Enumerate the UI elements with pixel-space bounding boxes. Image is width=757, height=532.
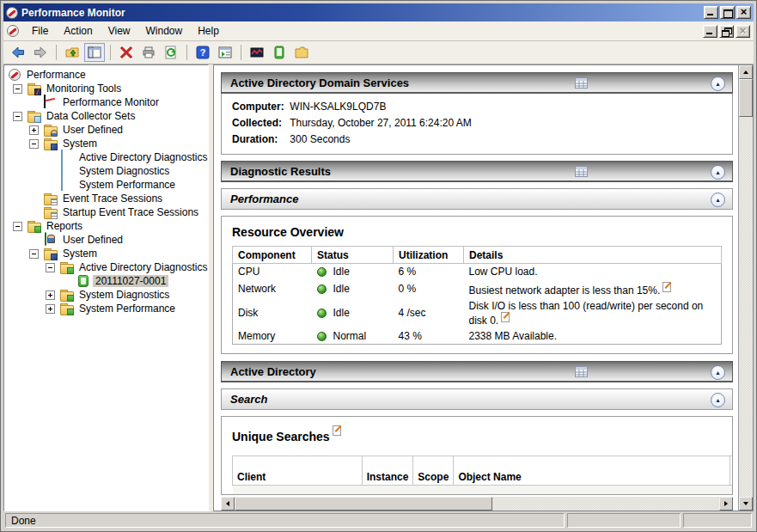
- tree-item-reports-system-performance[interactable]: System Performance: [4, 302, 208, 315]
- table-row: ( | ( & ( 32b775 (msExc ▼: [233, 486, 734, 496]
- print-button[interactable]: [138, 43, 159, 62]
- report-summary: Computer: WIN-KSALK9LQD7B Collected: Thu…: [221, 93, 733, 155]
- export-button[interactable]: [62, 43, 82, 62]
- forward-button[interactable]: [30, 43, 51, 62]
- table-view-icon[interactable]: [575, 77, 588, 91]
- tree-item-reports[interactable]: Reports: [4, 219, 208, 233]
- menu-view[interactable]: View: [101, 22, 138, 40]
- toolbar-separator: [241, 45, 241, 60]
- expand-expander-icon[interactable]: [29, 125, 39, 135]
- section-header-active-directory[interactable]: Active Directory ▲: [221, 361, 733, 382]
- maximize-button[interactable]: [720, 6, 735, 19]
- performance-monitor-button[interactable]: [247, 43, 267, 62]
- refresh-button[interactable]: [161, 43, 181, 62]
- collapse-expander-icon[interactable]: [13, 222, 22, 231]
- report-view-button[interactable]: [215, 43, 235, 62]
- collapse-section-button[interactable]: ▲: [711, 76, 725, 91]
- menu-action[interactable]: Action: [56, 22, 100, 40]
- tree-item-monitoring-tools[interactable]: Monitoring Tools: [4, 82, 208, 95]
- tree-item-reports-system[interactable]: System: [4, 247, 208, 260]
- scroll-left-button[interactable]: [221, 497, 235, 511]
- vertical-scroll-thumb[interactable]: [739, 79, 753, 117]
- tree-item-reports-system-diagnostics[interactable]: System Diagnostics: [4, 288, 208, 302]
- toolbar: ?: [3, 41, 754, 64]
- folder-system-icon: [44, 247, 58, 260]
- note-icon[interactable]: [333, 425, 341, 436]
- back-icon: [11, 46, 25, 59]
- performance-monitor-window: Performance Monitor File Action View Win…: [0, 0, 757, 532]
- tree-item-active-directory-diagnostics[interactable]: Active Directory Diagnostics: [4, 150, 208, 164]
- tree-item-system-diagnostics[interactable]: System Diagnostics: [4, 164, 208, 178]
- tree-item-user-defined[interactable]: User Defined: [4, 123, 208, 137]
- collapse-section-button[interactable]: ▲: [711, 393, 725, 407]
- tree-item-system[interactable]: System: [4, 137, 208, 150]
- collapse-expander-icon[interactable]: [29, 139, 39, 149]
- menu-file[interactable]: File: [24, 22, 56, 40]
- resource-overview-box: Resource Overview Component Status Utili…: [221, 216, 733, 354]
- tree-item-startup-event-trace-sessions[interactable]: Startup Event Trace Sessions: [4, 205, 208, 219]
- delete-button[interactable]: [116, 43, 137, 62]
- collapse-section-button[interactable]: ▲: [711, 193, 725, 207]
- section-header-search[interactable]: Search ▲: [221, 388, 733, 410]
- report-icon: [272, 46, 286, 59]
- table-view-icon[interactable]: [575, 166, 588, 180]
- tree-item-report-20111027-0001[interactable]: 20111027-0001: [4, 274, 208, 288]
- table-row-memory: Memory Normal 43 % 2338 MB Available.: [233, 328, 722, 345]
- collapse-expander-icon[interactable]: [13, 112, 22, 121]
- folder-report-icon: [27, 219, 41, 233]
- menu-window[interactable]: Window: [138, 22, 191, 40]
- table-header-row: Client Instance Scope Object Name Filter…: [233, 456, 734, 486]
- folder-report-icon: [60, 302, 74, 315]
- note-icon[interactable]: [662, 282, 671, 292]
- section-header-performance[interactable]: Performance ▲: [221, 188, 733, 210]
- help-button[interactable]: ?: [192, 43, 213, 62]
- unique-searches-box: Unique Searches Client Instance Scope Ob…: [221, 416, 733, 495]
- tree-item-performance-monitor[interactable]: Performance Monitor: [4, 95, 208, 109]
- console-tree-toggle-button[interactable]: [84, 43, 105, 62]
- console-tree-toggle-icon: [88, 46, 101, 59]
- vertical-scrollbar[interactable]: [738, 65, 753, 511]
- close-button[interactable]: [736, 6, 751, 19]
- collapse-section-button[interactable]: ▲: [711, 365, 725, 380]
- minimize-button[interactable]: [704, 6, 718, 19]
- collapse-expander-icon[interactable]: [29, 249, 39, 259]
- tree-item-data-collector-sets[interactable]: Data Collector Sets: [4, 109, 208, 123]
- scroll-up-button[interactable]: [739, 65, 753, 79]
- table-view-icon[interactable]: [575, 366, 588, 380]
- menu-help[interactable]: Help: [190, 22, 227, 40]
- mdi-restore-button[interactable]: [719, 25, 734, 38]
- scroll-right-button[interactable]: [719, 497, 733, 511]
- horizontal-scroll-track[interactable]: [235, 497, 719, 511]
- collapse-section-button[interactable]: ▲: [711, 165, 725, 180]
- folder-report-icon: [60, 260, 74, 274]
- horizontal-scroll-thumb[interactable]: [235, 497, 492, 511]
- back-button[interactable]: [8, 43, 28, 62]
- title-bar: Performance Monitor: [3, 3, 754, 21]
- tree-item-reports-user-defined[interactable]: User Defined: [4, 233, 208, 247]
- tree-item-performance[interactable]: Performance: [4, 68, 208, 82]
- folder-user-icon: [44, 123, 58, 137]
- cube-icon: [60, 178, 74, 192]
- note-icon[interactable]: [501, 312, 510, 322]
- scroll-down-button[interactable]: [739, 497, 753, 511]
- window-frame: Performance Monitor File Action View Win…: [1, 1, 756, 531]
- folder-button[interactable]: [291, 43, 312, 62]
- collapse-expander-icon[interactable]: [13, 84, 22, 94]
- section-header-diagnostic-results[interactable]: Diagnostic Results ▲: [221, 161, 733, 182]
- horizontal-scrollbar[interactable]: [221, 497, 733, 511]
- expand-expander-icon[interactable]: [46, 290, 55, 300]
- arrow-up-icon: [743, 70, 748, 74]
- tree-item-system-performance[interactable]: System Performance: [4, 178, 208, 192]
- report-button[interactable]: [269, 43, 290, 62]
- unique-searches-table: Client Instance Scope Object Name Filter…: [232, 456, 733, 495]
- report-content: Active Directory Domain Services ▲ Compu…: [214, 65, 738, 511]
- tree-item-event-trace-sessions[interactable]: Event Trace Sessions: [4, 192, 208, 205]
- expand-expander-icon[interactable]: [46, 304, 55, 314]
- status-section: [567, 513, 681, 528]
- collapse-expander-icon[interactable]: [46, 263, 55, 272]
- section-header-adds[interactable]: Active Directory Domain Services ▲: [221, 72, 733, 94]
- mdi-minimize-button[interactable]: [703, 25, 717, 38]
- vertical-scroll-track[interactable]: [739, 79, 753, 497]
- tree-item-reports-ad-diagnostics[interactable]: Active Directory Diagnostics: [4, 260, 208, 274]
- user-report-icon: [44, 233, 58, 247]
